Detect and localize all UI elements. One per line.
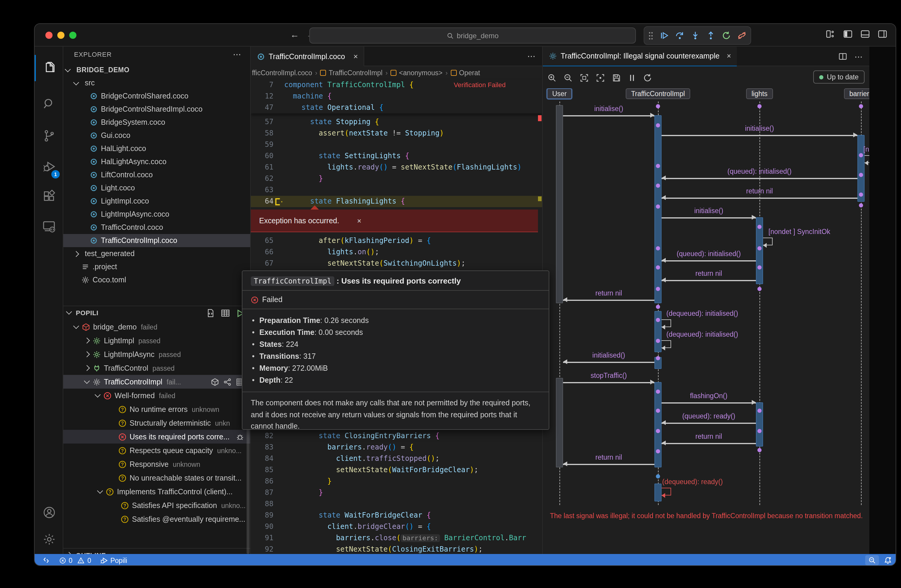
- settings-button[interactable]: [34, 526, 63, 552]
- table-view-icon[interactable]: [221, 309, 230, 317]
- code-line-92[interactable]: 92 setNextState(ClosingExitBarriers);: [251, 544, 542, 554]
- command-center-search[interactable]: bridge_demo: [309, 28, 636, 44]
- explorer-actions-icon[interactable]: ⋯: [233, 50, 242, 59]
- editor-actions-icon[interactable]: ⋯: [527, 51, 536, 61]
- tree-item-satisfies-api-specification[interactable]: ?Satisfies API specificationunkno...: [63, 498, 250, 512]
- code-line-7[interactable]: 7component TrafficControlImpl {Verificat…: [251, 79, 542, 91]
- code-line-86[interactable]: 86 }: [251, 476, 542, 487]
- code-line-85[interactable]: 85 setNextState(WaitForBridgeClear);: [251, 464, 542, 476]
- tree-item-coco-toml[interactable]: Coco.toml: [63, 274, 250, 286]
- code-line-64[interactable]: 64 state FlashingLights {: [251, 196, 542, 207]
- sidebar-item-run-debug[interactable]: 1: [34, 153, 63, 180]
- maximize-window-button[interactable]: [69, 32, 76, 39]
- code-line-59[interactable]: 59: [251, 139, 542, 151]
- bell-icon[interactable]: [884, 556, 892, 565]
- close-window-button[interactable]: [45, 32, 53, 39]
- code-line-47[interactable]: 47 state Operational {: [251, 102, 542, 114]
- tree-item-responsive[interactable]: ?Responsiveunknown: [63, 457, 250, 471]
- breadcrumb-item[interactable]: <anonymous>: [399, 69, 443, 76]
- tree-item-bridgecontrolshared-coco[interactable]: BridgeControlShared.coco: [63, 90, 250, 103]
- tree-item-lightimpl-coco[interactable]: LightImpl.coco: [63, 194, 250, 208]
- code-line-84[interactable]: 84 client.trafficStopped();: [251, 453, 542, 464]
- debug-step-out-button[interactable]: [706, 31, 715, 40]
- tree-item-trafficcontrolimpl[interactable]: TrafficControlImplfail...: [63, 375, 250, 389]
- tree-item-bridge-demo[interactable]: BRIDGE_DEMO: [63, 63, 250, 76]
- sidebar-item-remote-explorer[interactable]: [34, 213, 63, 240]
- debug-restart-button[interactable]: [722, 31, 731, 40]
- tree-item-implements-trafficcontrol-client[interactable]: ?Implements TrafficControl (client)...: [63, 485, 250, 498]
- drag-handle-icon[interactable]: [648, 31, 653, 40]
- open-code-icon[interactable]: [206, 309, 215, 317]
- debug-continue-button[interactable]: [660, 31, 669, 40]
- code-line-12[interactable]: 12 machine {: [251, 91, 542, 102]
- lifeline-header-trafficcontrolimpl[interactable]: TrafficControlImpl: [626, 88, 690, 99]
- center-diagram-icon[interactable]: [596, 73, 605, 82]
- debug-step-into-button[interactable]: [691, 31, 700, 40]
- sidebar-item-search[interactable]: [34, 91, 63, 117]
- tree-item-no-unreachable-states-or-transit[interactable]: ?No unreachable states or transit...: [63, 471, 250, 485]
- tree-item-bridgecontrolsharedimpl-coco[interactable]: BridgeControlSharedImpl.coco: [63, 103, 250, 116]
- refresh-icon[interactable]: [643, 73, 652, 82]
- up-to-date-button[interactable]: Up to date: [813, 70, 865, 84]
- split-editor-icon[interactable]: [838, 52, 847, 61]
- lifeline-header-barriers[interactable]: barriers: [844, 88, 869, 99]
- close-tab-icon[interactable]: ×: [726, 52, 731, 60]
- lifeline-header-lights[interactable]: lights: [746, 88, 773, 99]
- code-line-57[interactable]: 57 state Stopping {: [251, 117, 542, 128]
- breadcrumb-item[interactable]: fficControlImpl.coco: [252, 69, 312, 76]
- tree-item-lightimpl[interactable]: LightImplpassed: [63, 334, 250, 347]
- problems-indicator[interactable]: 0 0: [59, 557, 91, 564]
- code-line-91[interactable]: 91 barriers.close(barriers: BarrierContr…: [251, 532, 542, 544]
- code-line-66[interactable]: 66 lights.on();: [251, 247, 542, 258]
- search-toggle-chip[interactable]: [865, 555, 879, 565]
- tree-item-bridge-demo[interactable]: bridge_demofailed: [63, 320, 250, 334]
- remote-indicator[interactable]: [43, 556, 51, 564]
- tree-item-uses-its-required-ports-corre[interactable]: Uses its required ports corre...: [63, 430, 250, 443]
- accounts-button[interactable]: [34, 499, 63, 525]
- debug-step-over-button[interactable]: [675, 31, 684, 40]
- tree-item-light-coco[interactable]: Light.coco: [63, 182, 250, 194]
- code-line-90[interactable]: 90 client.bridgeClear() = {: [251, 521, 542, 532]
- sequence-diagram[interactable]: UserTrafficControlImpllightsbarriersinit…: [543, 88, 869, 554]
- tree-item-lightimplasync[interactable]: LightImplAsyncpassed: [63, 347, 250, 361]
- outline-section-header[interactable]: OUTLINE: [63, 548, 250, 554]
- breadcrumb-item[interactable]: TrafficControlImpl: [329, 69, 382, 76]
- close-tab-icon[interactable]: ×: [354, 52, 358, 61]
- zoom-out-icon[interactable]: [564, 73, 573, 82]
- tab-trafficcontrolimpl-coco[interactable]: TrafficControlImpl.coco ×: [251, 47, 365, 66]
- tree-item-test-generated[interactable]: test_generated: [63, 247, 250, 260]
- tree-item-satisfies-eventually-requireme[interactable]: ?Satisfies @eventually requireme...: [63, 512, 250, 526]
- code-line-61[interactable]: 61 lights.ready() = setNextState(Flashin…: [251, 162, 542, 173]
- toggle-secondary-sidebar-icon[interactable]: [878, 29, 887, 39]
- minimize-window-button[interactable]: [57, 32, 64, 39]
- debug-disconnect-button[interactable]: [737, 31, 747, 40]
- save-icon[interactable]: [612, 73, 621, 82]
- code-line-89[interactable]: 89 state WaitForBridgeClear {: [251, 510, 542, 521]
- code-line-88[interactable]: 88: [251, 498, 542, 510]
- tree-item-trafficcontrol[interactable]: TrafficControlpassed: [63, 361, 250, 375]
- tree-item-lightimplasync-coco[interactable]: LightImplAsync.coco: [63, 208, 250, 221]
- code-line-87[interactable]: 87 }: [251, 487, 542, 498]
- tree-item-hallight-coco[interactable]: HalLight.coco: [63, 142, 250, 155]
- tree-item-no-runtime-errors[interactable]: ?No runtime errorsunknown: [63, 402, 250, 416]
- code-line-58[interactable]: 58 assert(nextState != Stopping): [251, 128, 542, 139]
- code-line-63[interactable]: 63: [251, 184, 542, 196]
- code-line-83[interactable]: 83 barriers.ready() = {: [251, 442, 542, 453]
- tree-item-liftcontrol-coco[interactable]: LiftControl.coco: [63, 168, 250, 182]
- code-line-65[interactable]: 65 after(kFlashingPeriod) = {: [251, 235, 542, 247]
- tree-item-structurally-deterministic[interactable]: ?Structurally deterministicunkn: [63, 416, 250, 430]
- sidebar-item-source-control[interactable]: [34, 122, 63, 149]
- tree-item-trafficcontrolimpl-coco[interactable]: TrafficControlImpl.coco: [63, 234, 250, 247]
- verification-codelens[interactable]: Verification Failed: [454, 79, 506, 91]
- tree-item-src[interactable]: src: [63, 76, 250, 90]
- tree-item-hallightasync-coco[interactable]: HalLightAsync.coco: [63, 155, 250, 168]
- tab-counterexample[interactable]: TrafficControlImpl: Illegal signal count…: [543, 47, 737, 66]
- panel-actions-icon[interactable]: ⋯: [854, 51, 864, 61]
- nav-back-icon[interactable]: ←: [290, 29, 299, 39]
- zoom-in-icon[interactable]: [547, 73, 556, 82]
- code-line-62[interactable]: 62 }: [251, 173, 542, 184]
- tree-item-trafficcontrol-coco[interactable]: TrafficControl.coco: [63, 221, 250, 234]
- toggle-primary-sidebar-icon[interactable]: [843, 29, 853, 39]
- breadcrumb[interactable]: fficControlImpl.coco›TrafficControlImpl›…: [251, 66, 542, 79]
- tree-item-bridgesystem-coco[interactable]: BridgeSystem.coco: [63, 116, 250, 129]
